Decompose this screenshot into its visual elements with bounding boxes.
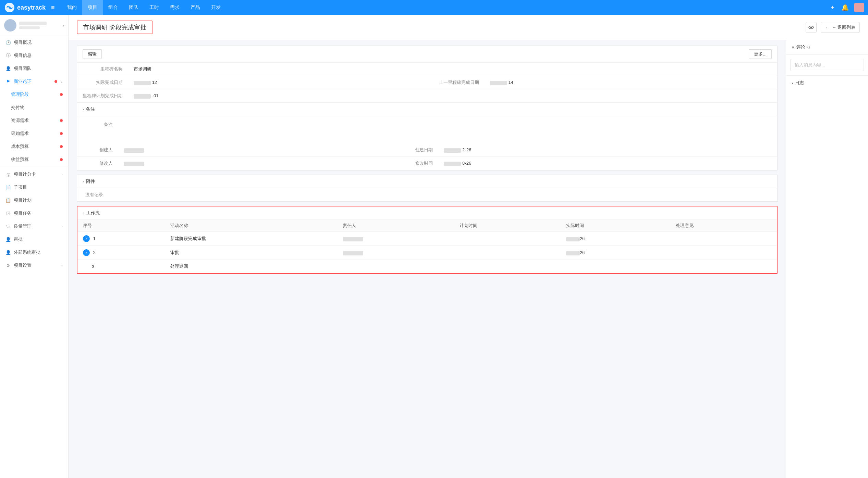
opinion-1 [670, 232, 777, 246]
resource-demand-dot [60, 119, 63, 122]
sidebar-user-avatar [4, 19, 16, 32]
svg-point-3 [810, 27, 812, 28]
log-section-header[interactable]: › 日志 [786, 75, 868, 90]
svg-point-1 [9, 7, 11, 9]
actual-time-3 [561, 260, 670, 273]
col-opinion: 处理意见 [670, 220, 777, 232]
scorecard-arrow: › [61, 172, 63, 176]
nav-item-project[interactable]: 项目 [82, 0, 103, 15]
attachment-section-header[interactable]: › 附件 [77, 175, 777, 188]
col-activity: 活动名称 [165, 220, 337, 232]
table-row: 创建人 创建日期 2-26 [77, 143, 777, 157]
sidebar-item-project-team[interactable]: 👤 项目团队 [0, 62, 68, 75]
actual-complete-date-label: 实际完成日期 [77, 76, 128, 89]
sidebar-user-header[interactable]: › [0, 15, 68, 36]
activity-3: 处理退回 [165, 260, 337, 273]
modifier-value [118, 157, 397, 170]
main-layout: › 🕐 项目概况 ⓘ 项目信息 👤 项目团队 ⚑ 商业论证 ∨ 管理阶段 交付物 [0, 15, 868, 478]
notes-section-header[interactable]: › 备注 [77, 103, 777, 116]
sidebar-item-project-plan[interactable]: 📋 项目计划 [0, 194, 68, 207]
workflow-row-3: 3 处理退回 [77, 260, 777, 273]
col-actual-time: 实际时间 [561, 220, 670, 232]
sidebar-item-revenue-budget[interactable]: 收益预算 [0, 153, 68, 166]
creator-value [118, 143, 397, 157]
edit-button[interactable]: 编辑 [83, 49, 102, 59]
settings-arrow: « [61, 263, 63, 267]
main-content: 市场调研 阶段完成审批 ← ← 返回列表 [69, 15, 868, 478]
status-done-icon-1: ✓ [83, 235, 90, 242]
nav-item-product[interactable]: 产品 [185, 0, 206, 15]
sidebar-item-manage-phase[interactable]: 管理阶段 [0, 88, 68, 101]
gear-icon: ⚙ [5, 263, 11, 268]
review-icon: 👤 [5, 237, 11, 242]
create-date-value: 2-26 [438, 143, 777, 157]
revenue-budget-dot [60, 158, 63, 161]
sidebar-item-deliverable[interactable]: 交付物 [0, 101, 68, 114]
sidebar-item-project-overview[interactable]: 🕐 项目概况 [0, 36, 68, 49]
sidebar-item-project-settings[interactable]: ⚙ 项目设置 « [0, 259, 68, 272]
ext-review-icon: 👤 [5, 250, 11, 255]
sidebar-item-project-task[interactable]: ☑ 项目任务 [0, 207, 68, 220]
sidebar-expand-icon[interactable]: › [63, 23, 64, 28]
purchase-demand-dot [60, 132, 63, 135]
plan-time-3 [454, 260, 561, 273]
main-form-card: 编辑 更多... 里程碑名称 市场调研 实际完成日期 [77, 46, 778, 171]
workflow-table: 序号 活动名称 责任人 计划时间 实际时间 处理意见 ✓ [77, 220, 777, 273]
activity-2: 审批 [165, 246, 337, 260]
sidebar-item-resource-demand[interactable]: 资源需求 [0, 114, 68, 127]
view-toggle-button[interactable] [806, 22, 817, 33]
nav-item-requirements[interactable]: 需求 [164, 0, 185, 15]
page-header-actions: ← ← 返回列表 [806, 22, 860, 33]
nav-item-hours[interactable]: 工时 [144, 0, 164, 15]
comment-input-placeholder[interactable]: 输入消息内容... [790, 59, 864, 71]
sidebar-user-info [19, 22, 60, 29]
sidebar-item-quality-mgmt[interactable]: 🛡 质量管理 › [0, 220, 68, 233]
target-icon: ◎ [5, 172, 11, 177]
top-navigation: easytrack ≡ 我的 项目 组合 团队 工时 需求 产品 开发 + 🔔 [0, 0, 868, 15]
nav-item-dev[interactable]: 开发 [206, 0, 226, 15]
sidebar-item-business-case[interactable]: ⚑ 商业论证 ∨ [0, 75, 68, 88]
sidebar-item-project-info[interactable]: ⓘ 项目信息 [0, 49, 68, 62]
log-chevron-icon: › [792, 80, 793, 86]
nav-item-team[interactable]: 团队 [123, 0, 144, 15]
check-box-icon: ☑ [5, 211, 11, 216]
menu-toggle-icon[interactable]: ≡ [51, 4, 55, 11]
more-button[interactable]: 更多... [749, 49, 772, 59]
sidebar-item-cost-budget[interactable]: 成本预算 [0, 140, 68, 153]
nav-right-actions: + 🔔 [829, 2, 864, 13]
form-panel: 编辑 更多... 里程碑名称 市场调研 实际完成日期 [69, 40, 786, 478]
user-avatar[interactable] [854, 3, 864, 12]
info-icon: ⓘ [5, 53, 11, 58]
shield-icon: 🛡 [5, 224, 11, 229]
comment-section-header[interactable]: ∨ 评论 0 [786, 40, 868, 55]
back-to-list-button[interactable]: ← ← 返回列表 [821, 22, 860, 33]
notification-icon[interactable]: 🔔 [840, 2, 850, 13]
plan-time-2 [454, 246, 561, 260]
workflow-header[interactable]: › 工作流 [77, 206, 777, 220]
plan-time-1 [454, 232, 561, 246]
workflow-table-header: 序号 活动名称 责任人 计划时间 实际时间 处理意见 [77, 220, 777, 232]
sidebar-item-sub-project[interactable]: 📄 子项目 [0, 181, 68, 194]
sidebar-item-scorecard[interactable]: ◎ 项目计分卡 › [0, 168, 68, 181]
flag-icon: ⚑ [5, 79, 11, 84]
sidebar-item-review[interactable]: 👤 审批 [0, 233, 68, 246]
doc-icon: 📄 [5, 185, 11, 190]
clock-icon: 🕐 [5, 40, 11, 45]
page-title-box: 市场调研 阶段完成审批 [77, 21, 152, 34]
notes-content [118, 116, 777, 143]
table-row: 里程碑名称 市场调研 [77, 63, 777, 76]
sidebar-item-external-review[interactable]: 👤 外部系统审批 [0, 246, 68, 259]
page-header: 市场调研 阶段完成审批 ← ← 返回列表 [69, 15, 868, 40]
table-row: 修改人 修改时间 8-26 [77, 157, 777, 170]
nav-item-portfolio[interactable]: 组合 [103, 0, 123, 15]
prev-milestone-label: 上一里程碑完成日期 [433, 76, 485, 89]
quality-arrow: › [61, 224, 63, 228]
opinion-2 [670, 246, 777, 260]
cost-budget-dot [60, 145, 63, 148]
eye-icon [808, 25, 814, 30]
sidebar-item-purchase-demand[interactable]: 采购需求 [0, 127, 68, 140]
nav-item-my[interactable]: 我的 [62, 0, 82, 15]
add-icon[interactable]: + [829, 3, 836, 13]
app-logo[interactable]: easytrack [4, 2, 46, 13]
workflow-row-2: ✓ 2 审批 26 [77, 246, 777, 260]
